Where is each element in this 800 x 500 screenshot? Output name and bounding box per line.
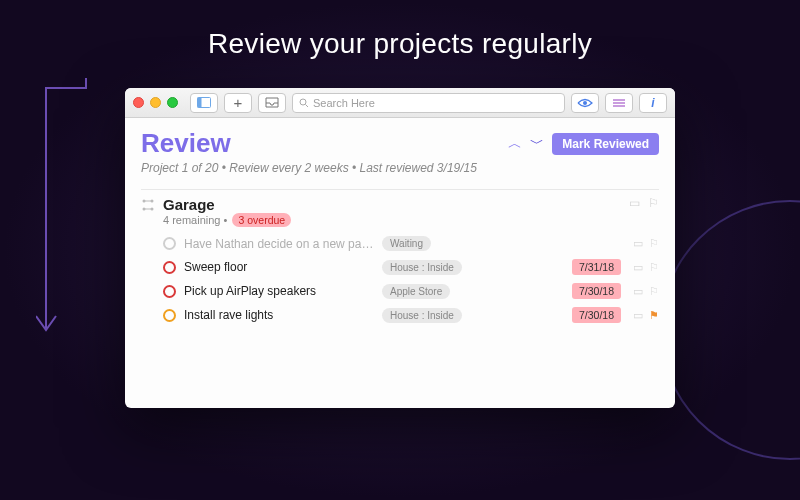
view-button[interactable]	[571, 93, 599, 113]
project-status: 4 remaining • 3 overdue	[163, 214, 291, 226]
project-name[interactable]: Garage	[163, 196, 291, 213]
review-subtitle: Project 1 of 20 • Review every 2 weeks •…	[141, 161, 659, 175]
task-tag[interactable]: House : Inside	[382, 260, 462, 275]
search-input[interactable]: Search Here	[292, 93, 565, 113]
flag-icon[interactable]: ⚐	[649, 237, 659, 250]
task-date: 7/30/18	[572, 307, 621, 323]
perspective-button[interactable]	[605, 93, 633, 113]
project-type-icon	[141, 198, 155, 215]
add-button[interactable]: +	[224, 93, 252, 113]
close-button[interactable]	[133, 97, 144, 108]
svg-point-2	[300, 99, 306, 105]
task-row-icons: ▭⚑	[629, 309, 659, 322]
note-icon: ▭	[633, 309, 643, 322]
note-icon: ▭	[633, 237, 643, 250]
flag-icon[interactable]: ⚐	[649, 261, 659, 274]
overdue-badge: 3 overdue	[232, 213, 291, 227]
task-tag[interactable]: House : Inside	[382, 308, 462, 323]
svg-point-4	[583, 101, 587, 105]
task-row-icons: ▭⚐	[629, 261, 659, 274]
task-row[interactable]: Pick up AirPlay speakersApple Store7/30/…	[141, 279, 659, 303]
prev-project-button[interactable]: ︿	[508, 135, 522, 153]
sidebar-toggle-button[interactable]	[190, 93, 218, 113]
task-row[interactable]: Install rave lightsHouse : Inside7/30/18…	[141, 303, 659, 327]
task-row[interactable]: Sweep floorHouse : Inside7/31/18▭⚐	[141, 255, 659, 279]
minimize-button[interactable]	[150, 97, 161, 108]
task-date: 7/31/18	[572, 259, 621, 275]
task-title: Have Nathan decide on a new paint col...	[184, 237, 374, 251]
page-title: Review	[141, 128, 231, 159]
task-title: Install rave lights	[184, 308, 374, 322]
window-controls	[133, 97, 178, 108]
decorative-arrow	[36, 78, 96, 358]
task-date: 7/30/18	[572, 283, 621, 299]
note-icon: ▭	[629, 196, 640, 210]
search-placeholder: Search Here	[313, 97, 375, 109]
search-icon	[299, 98, 309, 108]
svg-rect-1	[198, 98, 202, 108]
note-icon: ▭	[633, 285, 643, 298]
task-status-circle[interactable]	[163, 285, 176, 298]
task-title: Sweep floor	[184, 260, 374, 274]
decorative-circle	[660, 200, 800, 460]
task-tag[interactable]: Waiting	[382, 236, 431, 251]
flag-icon[interactable]: ⚑	[649, 309, 659, 322]
hero-heading: Review your projects regularly	[0, 0, 800, 60]
task-tag[interactable]: Apple Store	[382, 284, 450, 299]
info-button[interactable]: i	[639, 93, 667, 113]
task-status-circle[interactable]	[163, 309, 176, 322]
task-row-icons: ▭⚐	[629, 285, 659, 298]
project-remaining: 4 remaining •	[163, 214, 227, 226]
note-icon: ▭	[633, 261, 643, 274]
task-title: Pick up AirPlay speakers	[184, 284, 374, 298]
titlebar: + Search Here i	[125, 88, 675, 118]
zoom-button[interactable]	[167, 97, 178, 108]
task-row[interactable]: Have Nathan decide on a new paint col...…	[141, 232, 659, 255]
inbox-button[interactable]	[258, 93, 286, 113]
task-row-icons: ▭⚐	[629, 237, 659, 250]
app-window: + Search Here i Review ︿ ﹀ Mark Reviewed	[125, 88, 675, 408]
mark-reviewed-button[interactable]: Mark Reviewed	[552, 133, 659, 155]
svg-line-3	[306, 104, 309, 107]
next-project-button[interactable]: ﹀	[530, 135, 544, 153]
task-status-circle[interactable]	[163, 237, 176, 250]
task-status-circle[interactable]	[163, 261, 176, 274]
flag-icon[interactable]: ⚐	[649, 285, 659, 298]
flag-icon[interactable]: ⚐	[648, 196, 659, 210]
